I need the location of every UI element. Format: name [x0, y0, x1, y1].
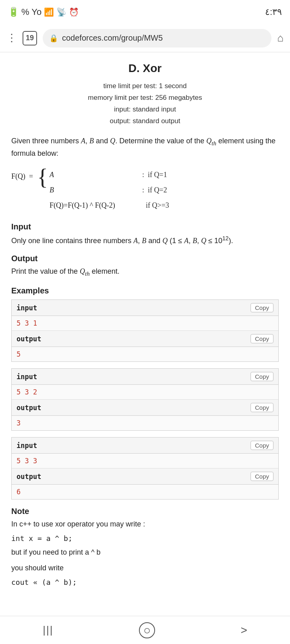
url-text: codeforces.com/group/MW5 [62, 33, 163, 43]
status-left: 🔋 % Yo 📶 📡 ⏰ [8, 7, 79, 17]
example-1-output-copy[interactable]: Copy [251, 334, 273, 343]
note-line-1: int x = a ^ b; [11, 534, 279, 543]
example-2-output-copy[interactable]: Copy [251, 403, 273, 412]
example-1-output-label: output [17, 335, 41, 343]
nav-forward-icon[interactable]: > [240, 624, 247, 637]
output-heading: Output [11, 254, 279, 263]
example-2-input-label: input [17, 373, 37, 381]
note-line-3: you should write [11, 562, 279, 574]
var-Qth: Qth [206, 137, 216, 145]
input-type: input: standard input [11, 104, 279, 116]
status-text: % Yo [21, 7, 41, 17]
example-1: input Copy 5 3 1 output Copy 5 [11, 299, 279, 362]
note-heading: Note [11, 507, 279, 516]
example-3-output-value: 6 [12, 485, 278, 499]
example-1-output-value: 5 [12, 347, 278, 361]
output-text: Print the value of the Qth element. [11, 266, 279, 279]
input-heading: Input [11, 222, 279, 231]
example-2-output-value: 3 [12, 416, 278, 430]
big-brace-icon: { [37, 166, 48, 188]
formula-case-3: F(Q)=F(Q-1) ^ F(Q-2) if Q>=3 [50, 198, 169, 213]
input-text: Only one line contains three numbers A, … [11, 234, 279, 247]
browser-bar: ⋮ 19 🔒 codeforces.com/group/MW5 ⌂ [0, 24, 290, 52]
nav-bar: ||| ○ > [0, 616, 290, 644]
time-display: ٤:٣٩ [265, 7, 282, 17]
example-3-output-label: output [17, 473, 41, 481]
example-2: input Copy 5 3 2 output Copy 3 [11, 368, 279, 431]
var-B: B [89, 137, 94, 145]
var-A: A [81, 137, 85, 145]
formula-case-1: A : if Q=1 [50, 167, 169, 182]
example-2-input-header: input Copy [12, 369, 278, 385]
status-bar: 🔋 % Yo 📶 📡 ⏰ ٤:٣٩ [0, 0, 290, 24]
problem-statement: Given three numbers A, B and Q. Determin… [11, 135, 279, 159]
example-2-input-value: 5 3 2 [12, 385, 278, 400]
example-1-input-label: input [17, 304, 37, 312]
time-limit: time limit per test: 1 second [11, 80, 279, 92]
nav-menu-icon[interactable]: ||| [43, 624, 53, 636]
case-2-cond: : if Q=2 [142, 183, 167, 197]
signal-icon: 📶 [44, 7, 54, 17]
problem-title: D. Xor [11, 62, 279, 75]
example-3-input-header: input Copy [12, 438, 278, 454]
example-3-input-copy[interactable]: Copy [251, 441, 273, 450]
memory-limit: memory limit per test: 256 megabytes [11, 92, 279, 104]
example-3-output-copy[interactable]: Copy [251, 472, 273, 481]
example-2-output-label: output [17, 404, 41, 412]
formula-brace: { A : if Q=1 B : if Q=2 F(Q)=F(Q-1) ^ F(… [37, 167, 169, 213]
main-content: D. Xor time limit per test: 1 second mem… [0, 52, 290, 600]
case-1-expr: A [50, 167, 130, 182]
wifi-icon: 📡 [56, 7, 66, 17]
formula-cases: A : if Q=1 B : if Q=2 F(Q)=F(Q-1) ^ F(Q-… [50, 167, 169, 213]
example-1-output-header: output Copy [12, 331, 278, 347]
example-3: input Copy 5 3 3 output Copy 6 [11, 437, 279, 500]
example-1-input-header: input Copy [12, 300, 278, 316]
formula-lhs: F(Q) = [11, 167, 33, 184]
example-3-input-label: input [17, 442, 37, 450]
note-line-0: In c++ to use xor operator you may write… [11, 518, 279, 530]
example-3-input-value: 5 3 3 [12, 454, 278, 469]
problem-meta: time limit per test: 1 second memory lim… [11, 80, 279, 127]
note-line-4: cout « (a ^ b); [11, 578, 279, 586]
case-3-cond: if Q>=3 [142, 198, 169, 213]
case-1-cond: : if Q=1 [142, 167, 167, 182]
tab-count-badge[interactable]: 19 [23, 31, 37, 45]
formula-case-2: B : if Q=2 [50, 183, 169, 197]
examples-heading: Examples [11, 286, 279, 295]
example-2-input-copy[interactable]: Copy [251, 372, 273, 381]
example-1-input-copy[interactable]: Copy [251, 303, 273, 312]
battery-icon: 🔋 [8, 7, 19, 17]
lock-icon: 🔒 [49, 34, 58, 43]
browser-menu-icon[interactable]: ⋮ [6, 32, 17, 44]
example-2-output-header: output Copy [12, 400, 278, 416]
home-icon[interactable]: ⌂ [277, 32, 284, 44]
url-bar[interactable]: 🔒 codeforces.com/group/MW5 [43, 29, 271, 47]
note-line-2: but if you need to print a ^ b [11, 547, 279, 558]
example-3-output-header: output Copy [12, 469, 278, 485]
example-1-input-value: 5 3 1 [12, 316, 278, 331]
nav-home-icon[interactable]: ○ [139, 622, 155, 638]
case-3-expr: F(Q)=F(Q-1) ^ F(Q-2) [50, 198, 130, 213]
alarm-icon: ⏰ [69, 7, 79, 17]
var-Q: Q [110, 137, 115, 145]
output-type: output: standard output [11, 116, 279, 127]
formula-block: F(Q) = { A : if Q=1 B : if Q=2 F(Q)=F(Q-… [11, 167, 279, 213]
case-2-expr: B [50, 183, 130, 197]
